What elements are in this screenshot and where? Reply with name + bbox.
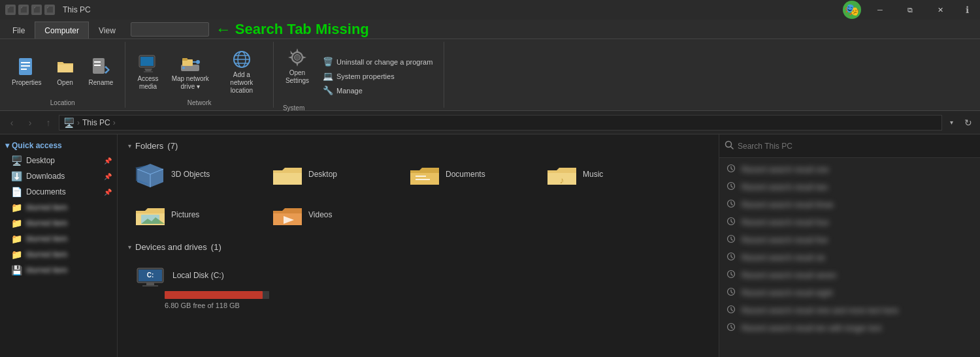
folder-item-3d-objects[interactable]: 3D Objects — [128, 157, 259, 191]
progress-bar-container-c — [165, 291, 269, 299]
map-network-drive-label: Map networkdrive ▾ — [172, 75, 209, 91]
search-result-3[interactable]: Recent search result three — [719, 196, 980, 213]
system-properties-label: System properties — [336, 72, 395, 80]
search-result-9[interactable]: Recent search result nine and more text … — [719, 302, 980, 319]
search-icon — [725, 140, 734, 151]
sidebar-item-blurred2[interactable]: 📁 blurred item — [5, 215, 117, 231]
tab-computer[interactable]: Computer — [35, 22, 89, 39]
window-title: This PC — [63, 5, 91, 14]
sidebar-item-blurred4[interactable]: 📁 blurred item — [5, 247, 117, 262]
result-text-4: Recent search result four — [742, 218, 973, 227]
search-result-2[interactable]: Recent search result two — [719, 178, 980, 196]
device-top-c: C: Local Disk (C:) — [135, 262, 265, 288]
folders-label: Folders — [135, 141, 163, 151]
documents-pin-icon: 📌 — [104, 189, 112, 196]
folder-icon-desktop — [272, 161, 303, 187]
svg-text:♪: ♪ — [560, 175, 564, 185]
search-result-6[interactable]: Recent search result six — [719, 249, 980, 266]
quick-access-chevron: ▾ — [5, 141, 9, 150]
properties-label: Properties — [12, 79, 42, 87]
sidebar-item-desktop[interactable]: 🖥️ Desktop 📌 — [5, 153, 117, 168]
search-result-1[interactable]: Recent search result one — [719, 161, 980, 178]
history-icon-4 — [726, 217, 736, 228]
device-item-c[interactable]: C: Local Disk (C:) 6.80 GB free of 118 G… — [128, 258, 272, 313]
svg-rect-9 — [140, 57, 154, 66]
folder-icon-3d-objects — [135, 161, 166, 187]
devices-label: Devices and drives — [135, 242, 207, 252]
blurred5-icon: 💾 — [10, 265, 22, 275]
manage-button[interactable]: 🔧 Manage — [319, 84, 436, 97]
sidebar-item-downloads[interactable]: ⬇️ Downloads 📌 — [5, 168, 117, 184]
folder-item-desktop[interactable]: Desktop — [265, 157, 396, 191]
minimize-button[interactable]: ─ — [865, 0, 895, 20]
search-missing-area: ← Search Tab Missing — [131, 20, 369, 39]
close-button[interactable]: ✕ — [925, 0, 955, 20]
add-network-location-icon — [231, 49, 252, 70]
sidebar-item-blurred5[interactable]: 💾 blurred item — [5, 262, 117, 278]
forward-button[interactable]: › — [22, 115, 38, 131]
sidebar-item-blurred1[interactable]: 📁 blurred item — [5, 200, 117, 215]
blurred1-icon: 📁 — [10, 202, 22, 213]
rename-icon — [90, 57, 111, 78]
open-settings-icon — [287, 47, 308, 68]
devices-count: (1) — [211, 242, 221, 252]
sidebar-item-documents[interactable]: 📄 Documents 📌 — [5, 184, 117, 200]
refresh-button[interactable]: ↻ — [960, 115, 976, 131]
folders-chevron: ▾ — [128, 142, 131, 149]
folder-item-music[interactable]: ♪ Music — [540, 157, 670, 191]
sidebar-item-blurred3[interactable]: 📁 blurred item — [5, 231, 117, 247]
sidebar-blurred5-label: blurred item — [26, 266, 112, 275]
open-button[interactable]: Open — [51, 54, 80, 89]
tab-file[interactable]: File — [3, 22, 35, 39]
rename-label: Rename — [89, 79, 114, 87]
search-result-5[interactable]: Recent search result five — [719, 231, 980, 249]
uninstall-button[interactable]: 🗑️ Uninstall or change a program — [319, 55, 436, 69]
search-result-7[interactable]: Recent search result seven — [719, 266, 980, 284]
add-network-location-label: Add a networklocation — [222, 71, 261, 95]
folder-name-documents: Documents — [446, 170, 485, 179]
up-button[interactable]: ↑ — [41, 115, 56, 131]
folders-section-header[interactable]: ▾ Folders (7) — [128, 141, 708, 151]
quick-access-header[interactable]: ▾ Quick access — [0, 138, 117, 153]
restore-button[interactable]: ⧉ — [895, 0, 925, 20]
search-input[interactable] — [738, 142, 975, 151]
sidebar-blurred2-label: blurred item — [26, 219, 112, 228]
info-icon[interactable]: ℹ — [959, 2, 975, 18]
rename-button[interactable]: Rename — [85, 54, 118, 89]
ribbon-group-network-inner: Accessmedia Map networkdrive ▾ — [133, 44, 265, 99]
result-text-6: Recent search result six — [742, 253, 973, 262]
window-controls: ─ ⧉ ✕ — [865, 0, 955, 20]
history-icon-8 — [726, 287, 736, 298]
devices-section-header[interactable]: ▾ Devices and drives (1) — [128, 242, 708, 252]
open-settings-button[interactable]: OpenSettings — [282, 44, 313, 87]
tab-view[interactable]: View — [89, 22, 125, 39]
result-text-3: Recent search result three — [742, 200, 973, 210]
sidebar-desktop-label: Desktop — [26, 156, 100, 165]
system-properties-button[interactable]: 💻 System properties — [319, 70, 436, 83]
add-network-location-button[interactable]: Add a networklocation — [218, 46, 265, 97]
folder-item-videos[interactable]: Videos — [265, 198, 396, 232]
tb-icon-1: ⬛ — [5, 5, 16, 15]
search-result-10[interactable]: Recent search result ten with longer tex… — [719, 319, 980, 337]
address-path[interactable]: 🖥️ › This PC › — [59, 115, 942, 131]
sidebar-blurred3-label: blurred item — [26, 234, 112, 243]
history-icon-2 — [726, 181, 736, 193]
tb-icon-2: ⬛ — [18, 5, 29, 15]
folder-name-videos: Videos — [308, 210, 332, 219]
map-network-drive-button[interactable]: Map networkdrive ▾ — [168, 50, 213, 93]
search-result-4[interactable]: Recent search result four — [719, 213, 980, 231]
address-dropdown[interactable]: ▾ — [945, 115, 958, 131]
svg-rect-2 — [21, 65, 30, 67]
quick-access-label: Quick access — [12, 141, 62, 150]
sidebar-downloads-label: Downloads — [26, 172, 100, 181]
properties-button[interactable]: Properties — [8, 54, 46, 89]
folder-item-pictures[interactable]: Pictures — [128, 198, 259, 232]
access-media-button[interactable]: Accessmedia — [133, 50, 162, 93]
search-result-8[interactable]: Recent search result eight — [719, 284, 980, 302]
svg-rect-15 — [182, 58, 188, 61]
back-button[interactable]: ‹ — [4, 115, 20, 131]
folder-item-documents[interactable]: Documents — [402, 157, 533, 191]
history-icon-1 — [726, 164, 736, 175]
svg-rect-33 — [146, 283, 154, 285]
title-bar-icons: ⬛ ⬛ ⬛ ⬛ — [5, 5, 55, 15]
